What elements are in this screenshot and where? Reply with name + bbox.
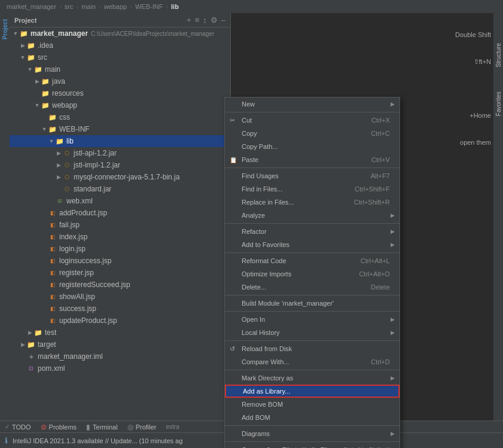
list-item[interactable]: ◧ updateProduct.jsp bbox=[10, 315, 230, 327]
list-item[interactable]: ◧ registeredSucceed.jsp bbox=[10, 279, 230, 291]
list-item[interactable]: ▼ 📁 WEB-INF bbox=[10, 123, 230, 135]
menu-item-analyze[interactable]: Analyze bbox=[225, 209, 400, 222]
menu-item-removebom[interactable]: Remove BOM bbox=[225, 398, 400, 411]
list-item[interactable]: ◧ login.jsp bbox=[10, 243, 230, 255]
expand-arrow[interactable]: ▶ bbox=[19, 42, 26, 48]
panel-icon-add[interactable]: + bbox=[187, 16, 191, 25]
expand-arrow[interactable]: ▶ bbox=[19, 342, 26, 348]
menu-item-diagrams[interactable]: Diagrams bbox=[225, 427, 400, 440]
menu-item-localhistory[interactable]: Local History bbox=[225, 326, 400, 339]
jsp-icon: ◧ bbox=[48, 292, 57, 301]
folder-icon: 📁 bbox=[55, 137, 65, 145]
list-item[interactable]: ◧ addProduct.jsp bbox=[10, 207, 230, 219]
menu-item-new[interactable]: New bbox=[225, 97, 400, 111]
menu-item-markdirectoryas[interactable]: Mark Directory as bbox=[225, 371, 400, 385]
menu-item-copypath[interactable]: Copy Path... bbox=[225, 140, 400, 153]
tab-extra[interactable]: extra bbox=[166, 423, 179, 430]
breadcrumb-part-6[interactable]: lib bbox=[171, 3, 179, 10]
list-item[interactable]: ◧ loginsuccess.jsp bbox=[10, 255, 230, 267]
menu-item-openin[interactable]: Open In bbox=[225, 313, 400, 326]
menu-item-paste[interactable]: 📋 Paste Ctrl+V bbox=[225, 153, 400, 166]
folder-icon: 📁 bbox=[41, 89, 50, 97]
expand-arrow[interactable]: ▼ bbox=[33, 102, 41, 108]
expand-arrow[interactable]: ▶ bbox=[26, 330, 33, 336]
menu-sep4 bbox=[225, 252, 400, 253]
tab-profiler[interactable]: ◎ Profiler bbox=[127, 423, 157, 431]
list-item[interactable]: ⬡ standard.jar bbox=[10, 183, 230, 195]
list-item[interactable]: ▶ 📁 target bbox=[10, 339, 230, 351]
menu-item-addbom[interactable]: Add BOM bbox=[225, 411, 400, 424]
panel-icon-menu[interactable]: ≡ bbox=[195, 16, 200, 25]
list-item[interactable]: ▼ 📁 main bbox=[10, 63, 230, 75]
expand-arrow[interactable]: ▼ bbox=[19, 54, 26, 60]
menu-analyze-label: Analyze bbox=[242, 212, 265, 219]
tree-root[interactable]: ▼ 📁 market_manager C:\Users\ACER\IdeaPro… bbox=[10, 28, 230, 39]
tree-item-label: fail.jsp bbox=[59, 221, 80, 229]
expand-arrow[interactable]: ▶ bbox=[55, 150, 62, 156]
panel-icon-settings[interactable]: ⚙ bbox=[211, 16, 218, 25]
tree-item-label: pom.xml bbox=[38, 364, 65, 373]
left-tab-project[interactable]: Project bbox=[2, 19, 8, 39]
breadcrumb-part-1[interactable]: market_manager bbox=[7, 3, 56, 10]
menu-item-cut[interactable]: ✂ Cut Ctrl+X bbox=[225, 114, 400, 127]
menu-item-refactor[interactable]: Refactor bbox=[225, 225, 400, 238]
list-item[interactable]: ◧ index.jsp bbox=[10, 231, 230, 243]
breadcrumb-part-2[interactable]: src bbox=[65, 3, 74, 10]
list-item[interactable]: ◧ showAll.jsp bbox=[10, 291, 230, 303]
menu-item-optimizeimports[interactable]: Optimize Imports Ctrl+Alt+O bbox=[225, 267, 400, 281]
list-item[interactable]: ▼ 📁 lib bbox=[10, 135, 230, 147]
menu-item-reloadfromdisk[interactable]: ↺ Reload from Disk bbox=[225, 342, 400, 355]
list-item[interactable]: ▼ 📁 webapp bbox=[10, 99, 230, 111]
list-item[interactable]: ▶ ⬡ jstl-impl-1.2.jar bbox=[10, 159, 230, 171]
menu-item-buildmodule[interactable]: Build Module 'market_manager' bbox=[225, 297, 400, 310]
expand-arrow-root[interactable]: ▼ bbox=[12, 31, 19, 36]
list-item[interactable]: ▶ 📁 .idea bbox=[10, 39, 230, 51]
menu-item-addtofavorites[interactable]: Add to Favorites bbox=[225, 238, 400, 251]
right-tab-structure[interactable]: Structure bbox=[495, 43, 502, 68]
todo-label: TODO bbox=[12, 423, 31, 431]
panel-icon-sort[interactable]: ↕ bbox=[203, 16, 207, 25]
list-item[interactable]: ▶ 📁 test bbox=[10, 327, 230, 339]
list-item[interactable]: ◧ register.jsp bbox=[10, 267, 230, 279]
expand-arrow[interactable]: ▶ bbox=[55, 162, 62, 168]
tab-todo[interactable]: ✓ TODO bbox=[5, 423, 31, 431]
tree-item-label: loginsuccess.jsp bbox=[59, 257, 111, 265]
list-item[interactable]: ▶ 📁 java bbox=[10, 75, 230, 87]
breadcrumb-part-3[interactable]: main bbox=[81, 3, 96, 10]
list-item[interactable]: ▶ ⬡ jstl-api-1.2.jar bbox=[10, 147, 230, 159]
hint-open-them: open them bbox=[460, 139, 491, 146]
tree-item-label: addProduct.jsp bbox=[59, 209, 107, 217]
list-item[interactable]: ▼ 📁 src bbox=[10, 51, 230, 63]
list-item[interactable]: ⊡ pom.xml bbox=[10, 362, 230, 374]
list-item[interactable]: 📁 css bbox=[10, 111, 230, 123]
list-item[interactable]: ◈ market_manager.iml bbox=[10, 351, 230, 362]
menu-item-findusages[interactable]: Find Usages Alt+F7 bbox=[225, 169, 400, 182]
breadcrumb-part-4[interactable]: webapp bbox=[104, 3, 127, 10]
expand-arrow[interactable]: ▼ bbox=[26, 66, 33, 72]
menu-item-reformatcode[interactable]: Reformat Code Ctrl+Alt+L bbox=[225, 254, 400, 267]
expand-arrow[interactable]: ▼ bbox=[41, 126, 48, 132]
tab-problems[interactable]: ⊘ Problems bbox=[41, 423, 77, 431]
list-item[interactable]: ⊞ web.xml bbox=[10, 195, 230, 207]
list-item[interactable]: 📁 resources bbox=[10, 87, 230, 99]
menu-findinfiles-shortcut: Ctrl+Shift+F bbox=[355, 185, 390, 193]
expand-arrow[interactable]: ▶ bbox=[55, 174, 62, 180]
panel-icon-collapse[interactable]: – bbox=[221, 16, 225, 25]
menu-item-delete[interactable]: Delete... Delete bbox=[225, 281, 400, 294]
menu-item-copy[interactable]: Copy Ctrl+C bbox=[225, 127, 400, 140]
list-item[interactable]: ◧ fail.jsp bbox=[10, 219, 230, 231]
expand-arrow[interactable]: ▶ bbox=[33, 78, 41, 84]
menu-item-comparewith[interactable]: Compare With... Ctrl+D bbox=[225, 355, 400, 368]
right-tab-favorites[interactable]: Favorites bbox=[495, 92, 502, 116]
tab-terminal[interactable]: ▮ Terminal bbox=[86, 423, 118, 431]
list-item[interactable]: ▶ ⬡ mysql-connector-java-5.1.7-bin.ja bbox=[10, 171, 230, 183]
expand-arrow[interactable]: ▼ bbox=[48, 138, 55, 144]
list-item[interactable]: ◧ success.jsp bbox=[10, 303, 230, 315]
terminal-label: Terminal bbox=[93, 423, 118, 431]
menu-item-addaslibrary[interactable]: Add as Library... bbox=[225, 385, 400, 398]
jar-icon: ⬡ bbox=[62, 185, 72, 193]
menu-item-convertjavafile[interactable]: Convert Java File to Kotlin File Ctrl+Al… bbox=[225, 443, 400, 448]
menu-item-findinfiles[interactable]: Find in Files... Ctrl+Shift+F bbox=[225, 182, 400, 196]
menu-item-replaceinfiles[interactable]: Replace in Files... Ctrl+Shift+R bbox=[225, 196, 400, 209]
breadcrumb-part-5[interactable]: WEB-INF bbox=[135, 3, 163, 10]
